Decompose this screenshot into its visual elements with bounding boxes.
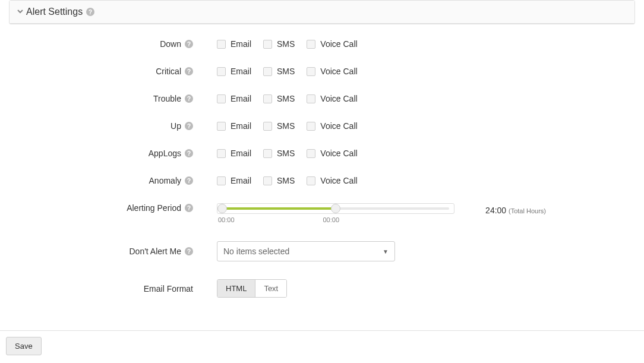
slider-track-outer bbox=[217, 203, 454, 214]
label-applogs: AppLogs ? bbox=[9, 149, 199, 158]
row-alerting-period: Alerting Period ? 00:00 00:00 24:00 bbox=[9, 203, 635, 223]
row-dont-alert: Don't Alert Me ? No items selected ▼ bbox=[9, 241, 635, 261]
checkbox-email: Email bbox=[217, 94, 251, 103]
checkbox-sms-label: SMS bbox=[277, 39, 295, 49]
controls-trouble: Email SMS Voice Call bbox=[199, 94, 358, 103]
help-icon[interactable]: ? bbox=[185, 40, 193, 48]
checkbox-email-box[interactable] bbox=[217, 40, 226, 49]
controls-down: Email SMS Voice Call bbox=[199, 39, 358, 49]
help-icon[interactable]: ? bbox=[185, 247, 193, 255]
total-hours: 24:00 (Total Hours) bbox=[485, 203, 635, 215]
checkbox-voice-box[interactable] bbox=[307, 67, 315, 76]
checkbox-email-box[interactable] bbox=[217, 149, 226, 158]
label-text: Down bbox=[160, 39, 181, 49]
help-icon[interactable]: ? bbox=[185, 94, 193, 103]
total-hours-value: 24:00 bbox=[485, 206, 506, 215]
label-text: AppLogs bbox=[149, 149, 181, 158]
controls-up: Email SMS Voice Call bbox=[199, 121, 358, 131]
checkbox-email-box[interactable] bbox=[217, 67, 226, 76]
controls-anomaly: Email SMS Voice Call bbox=[199, 176, 358, 185]
alert-settings-panel: Alert Settings ? bbox=[9, 0, 635, 24]
help-icon[interactable]: ? bbox=[185, 67, 193, 75]
checkbox-voice: Voice Call bbox=[307, 149, 357, 158]
row-trouble: Trouble ? Email SMS Voice Call bbox=[9, 94, 635, 103]
help-icon[interactable]: ? bbox=[185, 149, 193, 157]
panel-header[interactable]: Alert Settings ? bbox=[10, 1, 634, 24]
checkbox-voice: Voice Call bbox=[307, 39, 357, 49]
slider-fill bbox=[222, 207, 336, 210]
checkbox-voice-box[interactable] bbox=[307, 149, 315, 158]
checkbox-voice: Voice Call bbox=[307, 121, 357, 131]
checkbox-voice-label: Voice Call bbox=[320, 39, 357, 49]
controls-dont-alert: No items selected ▼ bbox=[199, 241, 395, 261]
toggle-text[interactable]: Text bbox=[255, 280, 286, 297]
label-up: Up ? bbox=[9, 121, 199, 131]
checkbox-sms: SMS bbox=[263, 176, 295, 185]
checkbox-email-label: Email bbox=[231, 39, 251, 49]
slider-end-label: 00:00 bbox=[323, 216, 339, 223]
checkbox-sms-box[interactable] bbox=[263, 67, 272, 76]
save-button[interactable]: Save bbox=[6, 337, 42, 355]
controls-email-format: HTML Text bbox=[199, 279, 287, 298]
checkbox-sms: SMS bbox=[263, 67, 295, 76]
checkbox-voice-box[interactable] bbox=[307, 122, 315, 131]
checkbox-sms-box[interactable] bbox=[263, 149, 272, 158]
checkbox-voice-box[interactable] bbox=[307, 94, 315, 103]
checkbox-voice-label: Voice Call bbox=[320, 176, 357, 185]
slider-area: 00:00 00:00 bbox=[199, 203, 454, 223]
slider-handle-end[interactable] bbox=[331, 204, 340, 213]
checkbox-sms-label: SMS bbox=[277, 94, 295, 103]
label-text: Email Format bbox=[144, 284, 193, 293]
slider-start-label: 00:00 bbox=[218, 216, 235, 223]
checkbox-email: Email bbox=[217, 121, 251, 131]
checkbox-email-label: Email bbox=[231, 149, 251, 158]
form-footer: Save bbox=[0, 330, 644, 361]
row-email-format: Email Format HTML Text bbox=[9, 279, 635, 298]
label-text: Alerting Period bbox=[127, 203, 181, 213]
checkbox-sms-label: SMS bbox=[277, 121, 295, 131]
dont-alert-dropdown[interactable]: No items selected ▼ bbox=[217, 241, 395, 261]
checkbox-voice: Voice Call bbox=[307, 67, 357, 76]
help-icon[interactable]: ? bbox=[185, 122, 193, 130]
slider-labels: 00:00 00:00 bbox=[217, 214, 340, 223]
email-format-toggle: HTML Text bbox=[217, 279, 287, 298]
help-icon[interactable]: ? bbox=[185, 176, 193, 185]
checkbox-sms-box[interactable] bbox=[263, 176, 272, 185]
checkbox-sms: SMS bbox=[263, 39, 295, 49]
label-text: Critical bbox=[156, 67, 181, 76]
controls-applogs: Email SMS Voice Call bbox=[199, 149, 358, 158]
help-icon[interactable]: ? bbox=[185, 204, 193, 212]
checkbox-sms-box[interactable] bbox=[263, 94, 272, 103]
slider-container: 00:00 00:00 bbox=[217, 203, 454, 223]
checkbox-voice-box[interactable] bbox=[307, 176, 315, 185]
checkbox-voice-label: Voice Call bbox=[320, 121, 357, 131]
checkbox-voice-box[interactable] bbox=[307, 40, 315, 49]
form-body: Down ? Email SMS Voice Call Critical ? bbox=[0, 30, 644, 330]
slider-handle-start[interactable] bbox=[217, 204, 227, 213]
checkbox-email-label: Email bbox=[231, 67, 251, 76]
checkbox-voice: Voice Call bbox=[307, 176, 357, 185]
checkbox-sms-label: SMS bbox=[277, 149, 295, 158]
label-text: Trouble bbox=[153, 94, 181, 103]
label-alerting-period: Alerting Period ? bbox=[9, 203, 199, 213]
checkbox-sms-box[interactable] bbox=[263, 122, 272, 131]
checkbox-email: Email bbox=[217, 176, 251, 185]
dropdown-selected: No items selected bbox=[223, 247, 289, 256]
checkbox-sms: SMS bbox=[263, 149, 295, 158]
toggle-html[interactable]: HTML bbox=[217, 280, 255, 297]
slider-track[interactable] bbox=[222, 207, 449, 210]
row-critical: Critical ? Email SMS Voice Call bbox=[9, 67, 635, 76]
label-text: Don't Alert Me bbox=[130, 247, 182, 256]
checkbox-email-box[interactable] bbox=[217, 122, 226, 131]
checkbox-sms-label: SMS bbox=[277, 67, 295, 76]
checkbox-sms-box[interactable] bbox=[263, 40, 272, 49]
help-icon[interactable]: ? bbox=[86, 8, 94, 16]
checkbox-email-box[interactable] bbox=[217, 94, 226, 103]
checkbox-email-box[interactable] bbox=[217, 176, 226, 185]
row-anomaly: Anomaly ? Email SMS Voice Call bbox=[9, 176, 635, 185]
panel-title: Alert Settings bbox=[26, 7, 83, 17]
row-applogs: AppLogs ? Email SMS Voice Call bbox=[9, 149, 635, 158]
chevron-down-icon bbox=[17, 7, 24, 17]
label-text: Anomaly bbox=[149, 176, 181, 185]
label-dont-alert: Don't Alert Me ? bbox=[9, 247, 199, 256]
